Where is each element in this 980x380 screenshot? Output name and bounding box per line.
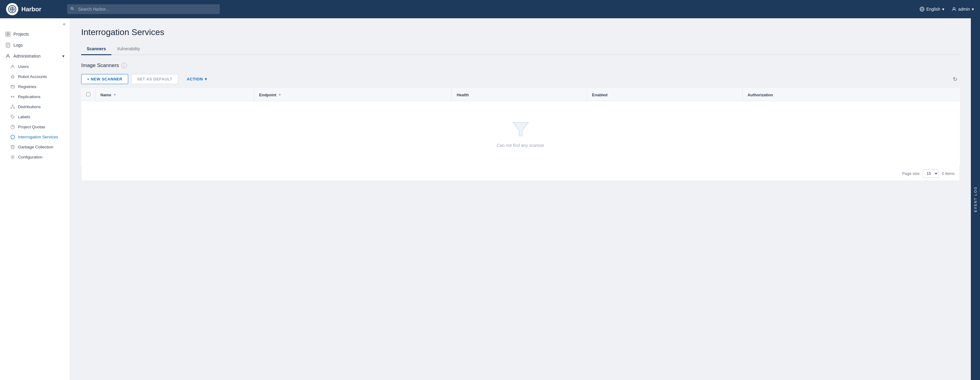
- sidebar-item-interrogation-services[interactable]: Interrogation Services: [5, 132, 70, 142]
- sidebar: « Projects Lo: [0, 18, 70, 380]
- select-all-checkbox[interactable]: [86, 92, 90, 96]
- svg-point-38: [518, 135, 523, 137]
- new-scanner-label: + NEW SCANNER: [87, 77, 123, 81]
- image-scanners-section: Image Scanners i: [81, 62, 960, 68]
- sidebar-item-configuration[interactable]: Configuration: [5, 152, 70, 162]
- app-name: Harbor: [21, 6, 41, 13]
- user-menu[interactable]: admin ▾: [951, 7, 974, 11]
- user-label: admin: [958, 7, 970, 11]
- svg-point-22: [11, 86, 12, 86]
- table-header-enabled: Enabled: [587, 89, 742, 101]
- sidebar-child-label: Garbage Collection: [18, 145, 53, 149]
- sidebar-child-label: Users: [18, 64, 29, 69]
- sidebar-item-users[interactable]: Users: [5, 62, 70, 71]
- sidebar-item-labels[interactable]: Labels: [5, 112, 70, 122]
- quota-icon: [10, 125, 15, 129]
- language-selector[interactable]: English ▾: [920, 7, 944, 11]
- topnav-right: English ▾ admin ▾: [920, 7, 974, 11]
- sidebar-item-robot-accounts[interactable]: Robot Accounts: [5, 71, 70, 82]
- svg-rect-5: [6, 32, 8, 34]
- label-icon: [10, 115, 15, 119]
- action-chevron-icon: ▾: [205, 77, 207, 81]
- new-scanner-button[interactable]: + NEW SCANNER: [81, 74, 128, 84]
- svg-point-36: [12, 156, 13, 158]
- table-header-checkbox: [81, 89, 95, 101]
- registry-icon: [10, 84, 15, 89]
- table-empty-row: Can not find any scanner: [81, 101, 960, 166]
- sidebar-item-label: Projects: [13, 32, 29, 36]
- admin-group-left: Administration: [5, 54, 41, 59]
- sidebar-child-label: Interrogation Services: [18, 135, 58, 139]
- empty-state: Can not find any scanner: [86, 119, 955, 148]
- action-label: ACTION: [187, 77, 203, 81]
- refresh-icon: ↻: [953, 76, 958, 82]
- svg-rect-15: [11, 76, 14, 78]
- tab-vulnerability[interactable]: Vulnerability: [111, 43, 146, 55]
- user-chevron-icon: ▾: [972, 7, 974, 11]
- svg-marker-37: [513, 122, 528, 135]
- sidebar-item-project-quotas[interactable]: Project Quotas: [5, 122, 70, 132]
- action-button[interactable]: ACTION ▾: [181, 74, 212, 84]
- svg-point-24: [12, 105, 13, 106]
- section-title-text: Image Scanners: [81, 62, 119, 68]
- app-logo[interactable]: Harbor: [6, 3, 61, 15]
- page-size-select[interactable]: 10 15 25 50: [923, 169, 939, 178]
- sidebar-item-projects[interactable]: Projects: [0, 28, 70, 40]
- search-input[interactable]: [67, 4, 220, 14]
- app-body: « Projects Lo: [0, 18, 980, 380]
- svg-rect-6: [8, 32, 10, 34]
- items-count: 0 items: [942, 171, 955, 176]
- event-log-label: EVENT LOG: [974, 186, 977, 212]
- refresh-button[interactable]: ↻: [950, 74, 960, 84]
- log-icon: [5, 43, 10, 48]
- svg-point-19: [13, 74, 13, 75]
- sidebar-item-garbage-collection[interactable]: Garbage Collection: [5, 142, 70, 152]
- funnel-icon: [512, 119, 530, 139]
- svg-rect-7: [6, 35, 8, 36]
- set-default-label: SET AS DEFAULT: [137, 77, 172, 81]
- grid-icon: [5, 32, 10, 36]
- logo-icon: [6, 3, 18, 15]
- tabs-bar: Scanners Vulnerability: [81, 43, 960, 55]
- table-header-name: Name ▼: [95, 89, 254, 101]
- sidebar-child-label: Robot Accounts: [18, 74, 47, 79]
- replication-icon: [10, 95, 15, 99]
- sidebar-item-registries[interactable]: Registries: [5, 82, 70, 92]
- sidebar-item-logs[interactable]: Logs: [0, 40, 70, 51]
- scanner-table: Name ▼ Endpoint ▼ Health: [81, 89, 960, 166]
- distribution-icon: [10, 104, 15, 109]
- svg-line-28: [13, 106, 14, 108]
- svg-point-26: [13, 107, 15, 108]
- sidebar-child-label: Registries: [18, 84, 36, 89]
- sidebar-item-replications[interactable]: Replications: [5, 92, 70, 102]
- table-header-health: Health: [452, 89, 587, 101]
- svg-rect-8: [8, 35, 10, 36]
- sidebar-child-label: Replications: [18, 95, 41, 99]
- gear-icon: [10, 155, 15, 159]
- sidebar-item-label: Logs: [13, 43, 22, 48]
- svg-point-17: [13, 76, 13, 77]
- empty-state-text: Can not find any scanner: [497, 143, 544, 148]
- svg-line-27: [11, 106, 13, 108]
- page-title: Interrogation Services: [81, 27, 960, 37]
- sidebar-group-administration[interactable]: Administration ▾: [0, 51, 70, 62]
- endpoint-filter-icon[interactable]: ▼: [278, 93, 282, 97]
- sidebar-collapse-button[interactable]: «: [63, 21, 65, 27]
- page-size-label: Page size: [902, 171, 920, 176]
- svg-rect-31: [11, 146, 14, 149]
- search-container: 🔍: [67, 4, 220, 14]
- sidebar-item-distributions[interactable]: Distributions: [5, 102, 70, 112]
- tab-scanners[interactable]: Scanners: [81, 43, 111, 55]
- admin-group-label: Administration: [13, 54, 41, 59]
- shield-icon: [10, 135, 15, 139]
- table-toolbar: + NEW SCANNER SET AS DEFAULT ACTION ▾ ↻: [81, 74, 960, 84]
- event-log-sidebar[interactable]: EVENT LOG: [971, 18, 980, 380]
- sidebar-nav: Projects Logs Admin: [0, 28, 70, 380]
- set-default-button[interactable]: SET AS DEFAULT: [131, 74, 178, 84]
- name-filter-icon[interactable]: ▼: [113, 93, 116, 97]
- language-label: English: [926, 7, 940, 11]
- info-icon[interactable]: i: [121, 63, 127, 68]
- svg-point-29: [12, 116, 13, 116]
- table-header-row: Name ▼ Endpoint ▼ Health: [81, 89, 960, 101]
- svg-point-23: [13, 86, 13, 86]
